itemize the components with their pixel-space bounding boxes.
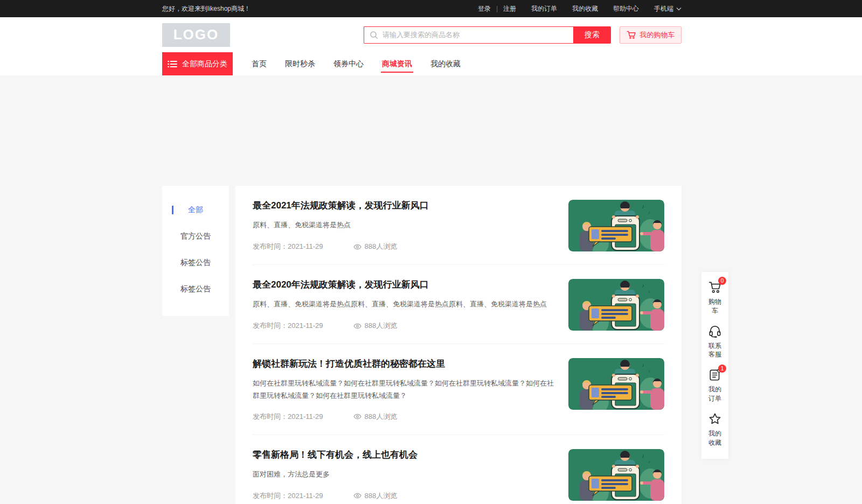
nav-item-label: 首页	[252, 59, 267, 69]
nav-item[interactable]: 限时秒杀	[276, 52, 324, 75]
toolbar-cart-label: 购物车	[706, 297, 724, 316]
category-item-label: 官方公告	[180, 232, 211, 241]
article-meta: 发布时间：2021-11-29 888人浏览	[253, 402, 555, 422]
svg-text:♪: ♪	[642, 283, 644, 289]
auth-links: 登录 | 注册	[478, 4, 516, 13]
nav-item-label: 商城资讯	[382, 59, 412, 69]
article-title: 最全2021年法规政策解读，发现行业新风口	[253, 200, 555, 212]
publish-time-label: 发布时间：	[253, 492, 288, 500]
headset-icon	[708, 324, 722, 338]
topbar: 您好，欢迎来到likeshop商城！ 登录 | 注册 我的订单 我的收藏 帮助中…	[0, 0, 862, 17]
article-main: 解锁社群新玩法！打造优质社群的秘密都在这里 如何在社群里玩转私域流量？如何在社群…	[253, 358, 555, 422]
nav-links: 首页 限时秒杀 领券中心 商城资讯 我的收藏	[242, 52, 470, 75]
star-icon	[708, 412, 722, 426]
views-count: 888人浏览	[353, 242, 398, 251]
search-input[interactable]	[383, 31, 573, 39]
svg-text:♪: ♪	[648, 210, 650, 215]
article-thumbnail: ♪ ♪	[568, 200, 664, 251]
publish-date: 2021-11-29	[288, 242, 323, 250]
search-group: 搜索	[364, 26, 611, 44]
article-title: 最全2020年法规政策解读，发现行业新风口	[253, 279, 555, 291]
article-row[interactable]: 最全2020年法规政策解读，发现行业新风口 原料、直播、免税渠道将是热点原料、直…	[253, 264, 664, 344]
views-count: 888人浏览	[353, 321, 398, 331]
article-row[interactable]: 零售新格局！线下有机会，线上也有机会 面对困难，方法总是更多 发布时间：2021…	[253, 435, 664, 504]
article-meta: 发布时间：2021-11-29 888人浏览	[253, 232, 555, 251]
publish-time: 发布时间：2021-11-29	[253, 412, 323, 422]
category-item[interactable]: 标签公告	[162, 276, 229, 302]
topbar-link-list: 我的订单 我的收藏 帮助中心	[531, 4, 639, 13]
logo[interactable]: LOGO	[162, 23, 230, 47]
article-thumbnail-illustration: ♪ ♪	[568, 200, 664, 251]
category-item[interactable]: 全部	[162, 197, 229, 223]
views-eye-icon	[353, 492, 362, 499]
toolbar-customer-service[interactable]: 联系客服	[701, 324, 728, 360]
toolbar-favorites[interactable]: 我的收藏	[701, 412, 728, 447]
publish-time: 发布时间：2021-11-29	[253, 242, 323, 251]
article-row[interactable]: 最全2021年法规政策解读，发现行业新风口 原料、直播、免税渠道将是热点 发布时…	[253, 186, 664, 264]
toolbar-orders[interactable]: 1 我的订单	[701, 368, 728, 403]
topbar-links: 登录 | 注册 我的订单 我的收藏 帮助中心 手机端	[478, 4, 682, 13]
nav-item-label: 我的收藏	[430, 59, 461, 69]
article-list: 最全2021年法规政策解读，发现行业新风口 原料、直播、免税渠道将是热点 发布时…	[235, 186, 682, 504]
category-item-label: 标签公告	[180, 258, 211, 268]
toolbar-favorites-label: 我的收藏	[706, 429, 724, 447]
category-item-label: 标签公告	[180, 284, 211, 294]
cart-badge: 0	[718, 277, 726, 285]
topbar-link[interactable]: 我的收藏	[572, 4, 598, 13]
views-label: 888人浏览	[365, 321, 398, 331]
login-link[interactable]: 登录	[478, 4, 491, 13]
mobile-link[interactable]: 手机端	[654, 4, 682, 13]
welcome-text: 您好，欢迎来到likeshop商城！	[162, 4, 251, 13]
publish-date: 2021-11-29	[288, 321, 323, 330]
publish-time-label: 发布时间：	[253, 321, 288, 330]
search-button[interactable]: 搜索	[573, 26, 611, 44]
main-nav: 全部商品分类 首页 限时秒杀 领券中心 商城资讯	[0, 52, 862, 75]
all-categories-button[interactable]: 全部商品分类	[162, 52, 233, 75]
topbar-link[interactable]: 我的订单	[531, 4, 557, 13]
article-thumbnail: ♪ ♪	[568, 358, 664, 410]
svg-text:♪: ♪	[648, 289, 650, 294]
register-link[interactable]: 注册	[503, 4, 516, 13]
mobile-link-label: 手机端	[654, 4, 673, 13]
category-item-label: 全部	[188, 205, 203, 215]
article-summary: 面对困难，方法总是更多	[253, 468, 555, 481]
article-title: 解锁社群新玩法！打造优质社群的秘密都在这里	[253, 358, 555, 370]
category-item[interactable]: 官方公告	[162, 223, 229, 249]
chevron-down-icon	[676, 7, 682, 11]
views-count: 888人浏览	[353, 491, 398, 501]
article-main: 最全2020年法规政策解读，发现行业新风口 原料、直播、免税渠道将是热点原料、直…	[253, 279, 555, 331]
article-meta: 发布时间：2021-11-29 888人浏览	[253, 481, 555, 501]
svg-text:♪: ♪	[642, 362, 644, 368]
article-thumbnail: ♪ ♪	[568, 279, 664, 331]
header-cart-button[interactable]: 我的购物车	[620, 26, 682, 44]
nav-item[interactable]: 领券中心	[324, 52, 373, 75]
article-row[interactable]: 解锁社群新玩法！打造优质社群的秘密都在这里 如何在社群里玩转私域流量？如何在社群…	[253, 344, 664, 435]
search-icon	[370, 31, 378, 39]
article-summary: 原料、直播、免税渠道将是热点	[253, 219, 555, 232]
views-eye-icon	[353, 323, 362, 330]
nav-item[interactable]: 商城资讯	[373, 52, 421, 75]
category-item[interactable]: 标签公告	[162, 249, 229, 276]
hamburger-icon	[168, 60, 177, 68]
svg-text:♪: ♪	[642, 453, 644, 459]
nav-item[interactable]: 我的收藏	[421, 52, 470, 75]
article-main: 零售新格局！线下有机会，线上也有机会 面对困难，方法总是更多 发布时间：2021…	[253, 449, 555, 501]
article-title: 零售新格局！线下有机会，线上也有机会	[253, 449, 555, 461]
nav-item[interactable]: 首页	[242, 52, 276, 75]
publish-time: 发布时间：2021-11-29	[253, 491, 323, 501]
search-box	[364, 26, 573, 44]
nav-item-label: 领券中心	[333, 59, 364, 69]
auth-divider: |	[496, 5, 498, 12]
article-thumbnail: ♪ ♪	[568, 449, 664, 501]
toolbar-cart[interactable]: 0 购物车	[701, 280, 728, 316]
views-eye-icon	[353, 243, 362, 250]
article-thumbnail-illustration: ♪ ♪	[568, 449, 664, 501]
publish-time-label: 发布时间：	[253, 412, 288, 421]
logo-text: LOGO	[173, 26, 219, 43]
views-label: 888人浏览	[365, 491, 398, 501]
views-count: 888人浏览	[353, 412, 398, 422]
topbar-link[interactable]: 帮助中心	[613, 4, 639, 13]
svg-text:♪: ♪	[642, 204, 644, 209]
svg-text:♪: ♪	[648, 459, 650, 464]
all-categories-label: 全部商品分类	[182, 59, 227, 69]
